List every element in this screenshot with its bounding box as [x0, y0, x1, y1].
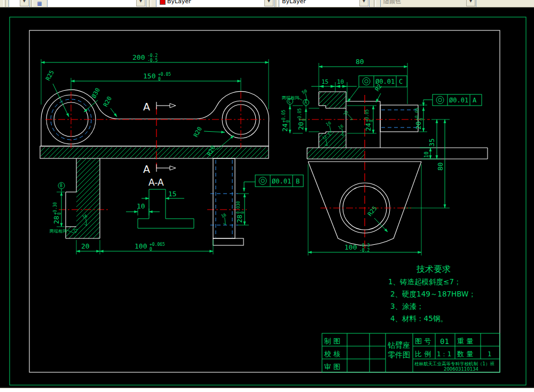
tb-draw-label: 制 图: [324, 337, 340, 345]
dim-24c-sub: 0: [369, 119, 374, 122]
dim-200-value: 200: [132, 53, 145, 61]
chevron-down-icon[interactable]: ▼: [20, 0, 29, 6]
tech-line-2: 2、硬度149～187HBW；: [390, 290, 476, 298]
object-properties-toolbar: ▼ ▦ ▼ ByLayer ▼ ByLayer ▼ 随颜色 ▼: [0, 0, 534, 7]
linetype-select-value: ByLayer: [282, 0, 306, 6]
drawing-canvas: 200 -0.2 -0.5 150 +0.05 0 R25 Ø30 R20: [0, 0, 534, 392]
gdt-b-datum: B: [296, 178, 300, 185]
datum-a-symbol: A: [304, 100, 307, 105]
section-a-bottom-label: A: [143, 163, 150, 175]
gdt-c-datum: C: [399, 78, 403, 85]
tb-part-name-1: 钻臂座: [388, 341, 410, 349]
dim-100b-value: 100: [344, 243, 357, 251]
chevron-down-icon[interactable]: ▼: [359, 0, 368, 6]
dim-24l-sub: 0: [286, 120, 290, 123]
toolbar-separator: [149, 0, 151, 7]
toolbar-separator: [374, 0, 376, 7]
dim-100b-sup: -0.3: [359, 243, 370, 248]
dim-28l-sub: 0: [57, 212, 62, 215]
dim-20-value: 20: [81, 242, 90, 250]
datum-b-symbol: B: [60, 183, 62, 188]
layers-button[interactable]: ▦: [33, 0, 46, 7]
toolbar-grip[interactable]: [3, 0, 6, 7]
toolbar-separator: [276, 0, 278, 7]
dim-200-sub: -0.5: [147, 58, 158, 63]
dim-100f-sub: 0: [150, 247, 152, 252]
autocad-window: 200 -0.2 -0.5 150 +0.05 0 R25 Ø30 R20: [0, 0, 534, 392]
dim-20r-value: 20: [414, 121, 422, 130]
tb-part-name-2: 零件图: [388, 350, 410, 359]
dim-100b-sub: -0.2: [359, 248, 370, 253]
dim-150-sup: +0.05: [158, 72, 171, 77]
color-select-value: ByLayer: [167, 0, 191, 6]
dim-80v-value: 80: [436, 162, 444, 171]
dim-28r-sub: 0: [240, 211, 245, 214]
tb-qty-value: 1: [488, 350, 491, 358]
dim-80-top-value: 80: [356, 58, 364, 66]
tb-scale-value: 1：1: [437, 350, 451, 358]
dim-15-value: 15: [321, 78, 328, 85]
dim-150-value: 150: [143, 72, 155, 80]
partial-combo[interactable]: ▼: [9, 0, 30, 7]
dim-10-aa-value: 10: [137, 202, 145, 210]
gdt-a-tol: Ø0.01: [449, 97, 468, 104]
command-bar[interactable]: [0, 388, 534, 392]
tb-qty-label: 数 量: [457, 350, 473, 358]
dim-20l-value: 20: [297, 122, 305, 130]
color-swatch-red: [160, 0, 166, 5]
tech-line-3: 3、涂漆；: [390, 302, 424, 310]
dim-150-sub: 0: [158, 77, 161, 82]
chevron-down-icon[interactable]: ▼: [264, 0, 273, 6]
tb-serial: 200603110134: [444, 366, 478, 372]
chevron-down-icon[interactable]: ▼: [136, 0, 145, 6]
tb-weight-label: 重 量: [457, 337, 473, 345]
dim-15-aa-value: 15: [168, 190, 177, 198]
dim-100f-value: 100: [135, 242, 147, 250]
gdt-a-datum: A: [473, 97, 477, 104]
dim-100f-sup: +0.065: [150, 242, 165, 247]
tb-drawing-no: 01: [440, 337, 449, 346]
dim-20l-sub: 0: [302, 118, 307, 121]
tech-line-4: 4、材料：45钢。: [390, 314, 447, 323]
dim-24l-value: 24: [281, 123, 289, 132]
side-note: 两端相同: [281, 95, 299, 100]
tech-title: 技术要求: [416, 264, 451, 274]
layers-icon: ▦: [37, 1, 42, 6]
front-note: 两端相同: [49, 229, 67, 234]
color-select[interactable]: ByLayer ▼: [156, 0, 274, 7]
tb-org: 桂林航天工业高等专科学校机制（1）班: [414, 361, 494, 366]
plotstyle-select-value: 随颜色: [383, 0, 401, 6]
plotstyle-select[interactable]: 随颜色 ▼: [380, 0, 476, 7]
section-a-top-label: A: [143, 101, 150, 113]
tb-audit-label: 审 图: [324, 363, 340, 371]
dim-10-plate-value: 10: [423, 151, 429, 158]
dim-20r-sub: 0: [419, 118, 424, 121]
tb-check-label: 校 核: [324, 350, 340, 358]
layer-select[interactable]: ▼: [47, 0, 146, 7]
tb-scale-label: 比 例: [415, 350, 431, 358]
dim-200-sup: -0.2: [147, 53, 158, 58]
linetype-select[interactable]: ByLayer ▼: [279, 0, 370, 7]
dim-10-value: 10: [337, 78, 344, 85]
dim-35-value: 35: [428, 138, 436, 147]
tech-line-1: 1、铸造起模斜度≤7；: [388, 277, 461, 286]
chevron-down-icon[interactable]: ▼: [466, 0, 475, 6]
gdt-b-tol: Ø0.01: [272, 178, 291, 185]
dim-28r-value: 28: [235, 214, 244, 223]
dim-24c-value: 24: [364, 123, 372, 131]
tb-drawing-no-label: 图 号: [415, 337, 431, 345]
dim-28l-value: 28: [52, 215, 60, 224]
section-aa-title: A-A: [148, 177, 164, 188]
